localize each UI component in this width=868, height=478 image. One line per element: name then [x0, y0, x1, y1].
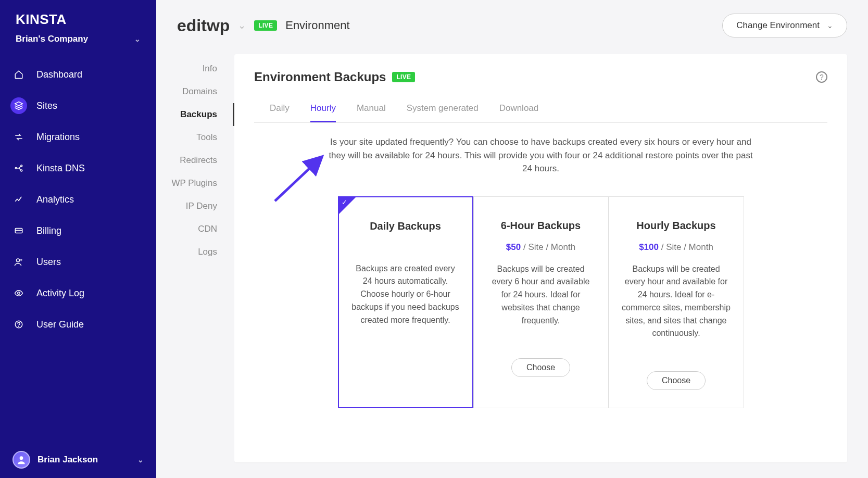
subnav-logs[interactable]: Logs — [156, 241, 234, 263]
stack-icon — [10, 97, 27, 114]
live-badge: LIVE — [254, 20, 277, 31]
plan-price: $50 / Site / Month — [486, 242, 596, 253]
subnav-domains[interactable]: Domains — [156, 80, 234, 103]
chevron-down-icon: ⌄ — [827, 21, 833, 30]
plan-hourly[interactable]: Hourly Backups $100 / Site / Month Backu… — [609, 196, 744, 409]
live-badge: LIVE — [392, 72, 415, 82]
tab-download[interactable]: Download — [499, 99, 539, 122]
hint-text: Is your site updated frequently? You can… — [325, 135, 757, 175]
plan-title: Hourly Backups — [622, 220, 731, 232]
home-icon — [10, 66, 27, 83]
choose-button[interactable]: Choose — [511, 358, 570, 377]
tab-manual[interactable]: Manual — [357, 99, 386, 122]
svg-point-8 — [20, 456, 23, 460]
company-switcher[interactable]: Brian's Company ⌄ — [0, 32, 156, 59]
nav-dns[interactable]: Kinsta DNS — [0, 153, 156, 184]
check-icon: ✓ — [342, 198, 347, 206]
choose-button[interactable]: Choose — [647, 371, 706, 390]
page-title: Environment Backups — [254, 70, 386, 84]
tab-system[interactable]: System generated — [407, 99, 479, 122]
plan-6hour[interactable]: 6-Hour Backups $50 / Site / Month Backup… — [473, 196, 609, 409]
plan-desc: Backups will be created every 6 hour and… — [486, 263, 596, 328]
plan-desc: Backups will be created every hour and a… — [622, 263, 731, 341]
help-icon — [10, 316, 27, 333]
plan-title: Daily Backups — [351, 220, 460, 232]
users-icon — [10, 254, 27, 270]
svg-point-2 — [21, 170, 22, 171]
backup-tabs: Daily Hourly Manual System generated Dow… — [254, 99, 827, 123]
subnav-wpplugins[interactable]: WP Plugins — [156, 172, 234, 195]
analytics-icon — [10, 191, 27, 208]
chevron-down-icon: ⌄ — [134, 35, 141, 43]
plan-cards: ✓ Daily Backups Backups are created ever… — [254, 196, 827, 409]
chevron-down-icon[interactable]: ⌄ — [238, 20, 246, 31]
main-area: editwp ⌄ LIVE Environment Change Environ… — [156, 0, 868, 478]
svg-point-7 — [19, 326, 19, 326]
eye-icon — [10, 285, 27, 301]
page-header: editwp ⌄ LIVE Environment Change Environ… — [156, 0, 868, 54]
nav-analytics[interactable]: Analytics — [0, 184, 156, 215]
help-icon[interactable]: ? — [816, 71, 827, 83]
nav-users[interactable]: Users — [0, 246, 156, 278]
svg-point-0 — [15, 168, 17, 169]
subnav-tools[interactable]: Tools — [156, 126, 234, 149]
main-nav: Dashboard Sites Migrations Kinsta DNS An… — [0, 59, 156, 340]
subnav-ipdeny[interactable]: IP Deny — [156, 195, 234, 218]
migrate-icon — [10, 129, 27, 145]
company-name: Brian's Company — [16, 34, 88, 44]
content-panel: Environment Backups LIVE ? Daily Hourly … — [234, 54, 847, 462]
plan-desc: Backups are created every 24 hours autom… — [351, 262, 460, 327]
subnav-redirects[interactable]: Redirects — [156, 149, 234, 172]
subnav-backups[interactable]: Backups — [156, 103, 234, 126]
user-menu[interactable]: Brian Jackson ⌄ — [0, 442, 156, 478]
nav-billing[interactable]: Billing — [0, 215, 156, 246]
nav-sites[interactable]: Sites — [0, 90, 156, 121]
subnav-info[interactable]: Info — [156, 57, 234, 80]
svg-point-5 — [18, 292, 20, 295]
annotation-arrow — [271, 153, 328, 205]
nav-migrations[interactable]: Migrations — [0, 121, 156, 153]
chevron-down-icon: ⌄ — [137, 456, 144, 464]
nav-dashboard[interactable]: Dashboard — [0, 59, 156, 90]
tab-hourly[interactable]: Hourly — [310, 99, 336, 122]
brand-logo: KINSTA — [0, 0, 156, 32]
user-name: Brian Jackson — [37, 455, 98, 465]
svg-point-4 — [17, 259, 20, 262]
change-environment-button[interactable]: Change Environment ⌄ — [722, 14, 847, 37]
nav-guide[interactable]: User Guide — [0, 309, 156, 340]
nav-activity[interactable]: Activity Log — [0, 278, 156, 309]
tab-daily[interactable]: Daily — [270, 99, 290, 122]
site-name: editwp — [177, 16, 230, 35]
plan-daily[interactable]: ✓ Daily Backups Backups are created ever… — [338, 196, 473, 409]
env-label: Environment — [285, 19, 350, 32]
site-subnav: Info Domains Backups Tools Redirects WP … — [156, 54, 234, 462]
svg-point-1 — [21, 165, 22, 167]
plan-title: 6-Hour Backups — [486, 220, 596, 232]
billing-icon — [10, 222, 27, 239]
plan-price: $100 / Site / Month — [622, 242, 731, 253]
dns-icon — [10, 160, 27, 177]
sidebar: KINSTA Brian's Company ⌄ Dashboard Sites… — [0, 0, 156, 478]
subnav-cdn[interactable]: CDN — [156, 218, 234, 241]
avatar — [12, 451, 30, 469]
